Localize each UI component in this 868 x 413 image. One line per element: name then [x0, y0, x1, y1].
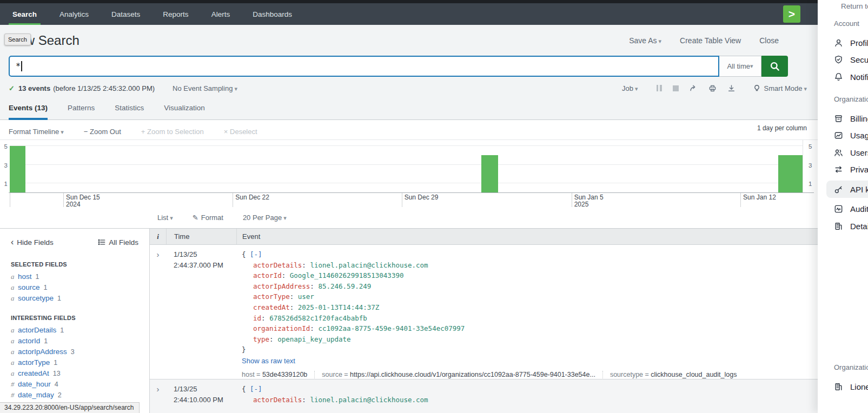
- field-link[interactable]: actorIpAddress: [18, 348, 67, 356]
- meta-sourcetype[interactable]: sourcetypeclickhouse_cloud_audit_logs: [602, 371, 737, 378]
- job-menu[interactable]: Job: [622, 84, 638, 92]
- json-value[interactable]: 85.246.59.249: [318, 282, 371, 290]
- json-key[interactable]: actorId: [253, 271, 286, 279]
- nav-tab-dashboards[interactable]: Dashboards: [241, 3, 303, 25]
- field-link[interactable]: actorType: [18, 358, 50, 367]
- json-key[interactable]: type: [253, 335, 274, 343]
- menu-item-private-endpoints[interactable]: Private: [834, 164, 868, 176]
- menu-item-notifications[interactable]: Notifications: [834, 71, 868, 83]
- field-date-hour: #date_hour4: [11, 380, 138, 391]
- menu-item-api-keys[interactable]: API keys: [826, 181, 868, 198]
- json-value[interactable]: lionel.palacin@clickhouse.com: [310, 396, 428, 404]
- field-link[interactable]: date_mday: [18, 391, 54, 399]
- tab-events[interactable]: Events (13): [9, 96, 48, 120]
- return-to-link[interactable]: Return to: [841, 2, 868, 10]
- meta-host[interactable]: host53de4339120b: [242, 371, 307, 378]
- tab-statistics[interactable]: Statistics: [115, 96, 144, 120]
- nav-tab-analytics[interactable]: Analytics: [48, 3, 100, 25]
- nav-tab-alerts[interactable]: Alerts: [200, 3, 242, 25]
- print-icon[interactable]: [708, 84, 717, 92]
- menu-item-audit[interactable]: Audit: [834, 203, 868, 215]
- search-button[interactable]: [761, 56, 788, 77]
- format-results-button[interactable]: ✎Format: [193, 214, 223, 222]
- splunk-logo-icon[interactable]: >: [783, 5, 800, 23]
- json-value[interactable]: 678526d582c1f20fac4babfb: [269, 314, 367, 322]
- json-key[interactable]: actorDetails: [253, 261, 306, 269]
- field-link[interactable]: sourcetype: [18, 294, 54, 302]
- timeline-plot[interactable]: [10, 140, 803, 192]
- save-as-button[interactable]: Save As: [629, 36, 661, 45]
- chevron-left-icon: ‹: [11, 238, 14, 246]
- field-createdAt: acreatedAt13: [11, 369, 138, 380]
- json-key[interactable]: id: [253, 314, 266, 322]
- y-axis-label: 3: [809, 162, 812, 169]
- event-sampling-dropdown[interactable]: No Event Sampling: [173, 84, 237, 92]
- timeline-bar[interactable]: [778, 155, 803, 192]
- json-key[interactable]: organizationId: [253, 324, 314, 332]
- field-link[interactable]: host: [18, 272, 32, 281]
- key-icon: [834, 185, 843, 194]
- per-page-dropdown[interactable]: 20 Per Page: [243, 214, 287, 222]
- list-icon: [98, 238, 105, 246]
- json-key[interactable]: createdAt: [253, 303, 294, 311]
- json-key[interactable]: actorDetails: [253, 396, 306, 404]
- zoom-out-button[interactable]: Zoom Out: [84, 128, 121, 136]
- x-axis-tick-line: [63, 193, 64, 207]
- menu-item-users[interactable]: Users: [834, 146, 868, 158]
- export-icon[interactable]: [727, 84, 736, 92]
- field-link[interactable]: actorDetails: [18, 326, 56, 334]
- field-count: 3: [71, 348, 75, 356]
- time-range-picker[interactable]: All time: [719, 56, 761, 77]
- field-actorDetails: aactorDetails1: [11, 326, 138, 337]
- share-icon[interactable]: [690, 84, 698, 92]
- field-link[interactable]: createdAt: [18, 369, 49, 377]
- json-value[interactable]: lionel.palacin@clickhouse.com: [310, 261, 428, 269]
- field-count: 4: [55, 381, 58, 388]
- json-value[interactable]: openapi_key_update: [277, 335, 350, 343]
- nav-tab-reports[interactable]: Reports: [151, 3, 200, 25]
- json-value[interactable]: Google_114602629918513043390: [290, 271, 404, 279]
- field-link[interactable]: date_hour: [18, 380, 51, 388]
- json-value[interactable]: cc1092aa-8775-459e-9401-33e54ec07997: [318, 324, 465, 332]
- time-range-value: All time: [727, 62, 750, 70]
- format-timeline-dropdown[interactable]: Format Timeline: [9, 128, 64, 136]
- nav-tab-search[interactable]: Search: [1, 3, 48, 25]
- expand-chevron-icon[interactable]: ›: [150, 384, 166, 413]
- tab-patterns[interactable]: Patterns: [68, 96, 95, 120]
- menu-item-usage[interactable]: Usage: [834, 130, 868, 142]
- menu-item-billing[interactable]: Billing: [834, 112, 868, 124]
- close-button[interactable]: Close: [759, 36, 779, 45]
- json-value[interactable]: 2025-01-13T14:44:37Z: [298, 303, 380, 311]
- nav-tab-datasets[interactable]: Datasets: [100, 3, 151, 25]
- hide-fields-button[interactable]: ‹Hide Fields: [11, 238, 54, 247]
- events-table: i Time Event › 1/13/25 2:44:37.000 PM { …: [150, 229, 818, 413]
- all-fields-button[interactable]: All Fields: [98, 238, 138, 247]
- menu-item-label: Profile: [850, 38, 868, 48]
- pencil-icon: ✎: [193, 214, 198, 222]
- search-input[interactable]: *: [9, 56, 719, 77]
- menu-item-details[interactable]: Details: [834, 220, 868, 232]
- create-table-view-button[interactable]: Create Table View: [680, 36, 741, 45]
- json-key[interactable]: actorIpAddress: [253, 282, 314, 290]
- stop-icon[interactable]: [673, 85, 679, 91]
- tab-visualization[interactable]: Visualization: [164, 96, 205, 120]
- timeline-bar[interactable]: [481, 155, 498, 192]
- list-view-dropdown[interactable]: List: [157, 214, 173, 222]
- x-axis-label: Sun Dec 15 2024: [66, 194, 100, 208]
- pause-icon[interactable]: [657, 85, 662, 91]
- search-mode-selector[interactable]: Smart Mode: [753, 84, 807, 92]
- json-collapse-link[interactable]: [-]: [250, 385, 262, 393]
- event-row: › 1/13/25 2:44:37.000 PM { [-] actorDeta…: [150, 245, 818, 379]
- menu-item-profile[interactable]: Profile: [834, 37, 868, 49]
- json-value[interactable]: user: [298, 292, 314, 301]
- show-raw-text-link[interactable]: Show as raw text: [242, 356, 295, 366]
- timeline-bar[interactable]: [10, 146, 25, 192]
- meta-source[interactable]: sourcehttps://api.clickhouse.cloud/v1/or…: [314, 371, 595, 378]
- json-collapse-link[interactable]: [-]: [250, 250, 262, 258]
- field-link[interactable]: source: [18, 283, 40, 291]
- menu-item-security[interactable]: Security: [834, 54, 868, 66]
- expand-chevron-icon[interactable]: ›: [150, 249, 166, 379]
- json-key[interactable]: actorType: [253, 292, 294, 301]
- menu-item-organization-lionel[interactable]: Lionel: [834, 381, 868, 392]
- field-link[interactable]: actorId: [18, 337, 40, 345]
